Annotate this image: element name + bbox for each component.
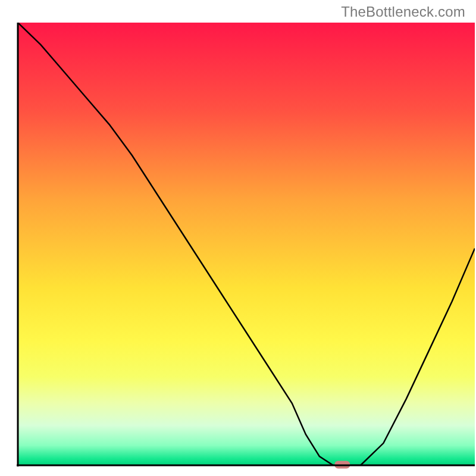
chart-stage: TheBottleneck.com xyxy=(0,0,476,476)
bottleneck-chart xyxy=(0,0,476,476)
